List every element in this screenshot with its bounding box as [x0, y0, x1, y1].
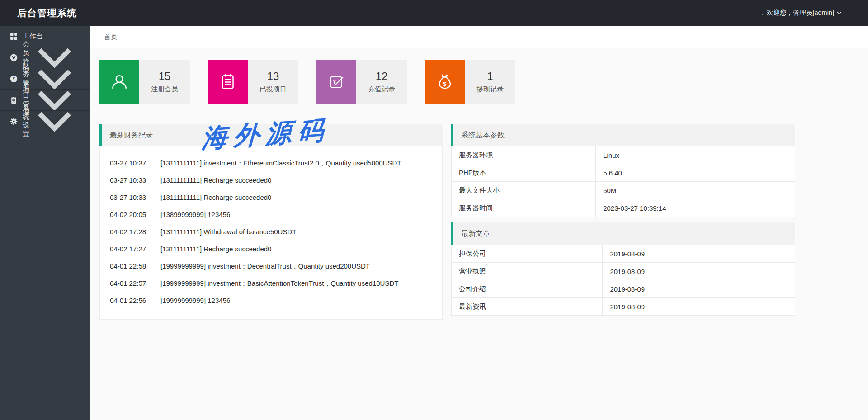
recharge-yen-icon: ¥: [316, 60, 356, 104]
record-time: 03-27 10:33: [110, 189, 149, 206]
member-icon: [10, 54, 18, 61]
param-label: 服务器时间: [452, 199, 596, 217]
record-text: [13111111111] Recharge succeeded0: [160, 172, 271, 189]
main-area: 首页 15 注册会员: [90, 26, 868, 420]
record-text: [13111111111] investment：EthereumClassic…: [160, 155, 401, 172]
accent-bar: [451, 222, 453, 245]
chevron-down-icon: [29, 68, 80, 89]
sidebar-item-label: 系统设置: [23, 104, 29, 138]
stat-label: 已投项目: [259, 85, 287, 94]
project-icon: [10, 96, 18, 104]
greeting-dot: .: [761, 9, 763, 16]
record-row: 04-02 20:05 [13899999999] 123456: [100, 206, 442, 223]
record-text: [13111111111] Recharge succeeded0: [160, 189, 271, 206]
finance-icon: ¥: [10, 75, 18, 83]
user-greeting: 欢迎您，管理员[admin]: [767, 9, 834, 17]
panel-title: 最新财务纪录: [109, 131, 153, 139]
stat-value: 1: [487, 70, 493, 83]
article-date: 2019-08-09: [603, 263, 795, 280]
stat-cards: 15 注册会员 13 已投项目: [90, 48, 868, 104]
stat-info: 13 已投项目: [248, 60, 298, 104]
record-text: [19999999999] investment：BasicAttentionT…: [160, 275, 398, 292]
sidebar-item-label: 工作台: [23, 32, 80, 41]
latest-articles-table: 担保公司 2019-08-09 营业执照 2019-08-09 公司介绍 201…: [451, 245, 795, 316]
breadcrumb-home[interactable]: 首页: [104, 33, 118, 41]
panel-header: 最新文章: [451, 222, 795, 245]
article-title[interactable]: 公司介绍: [452, 280, 603, 298]
record-row: 04-01 22:58 [19999999999] investment：Dec…: [100, 258, 442, 275]
stat-card-registered-members[interactable]: 15 注册会员: [99, 60, 190, 104]
record-time: 04-01 22:57: [110, 275, 149, 292]
chevron-down-icon: [29, 47, 80, 68]
record-row: 04-02 17:28 [13111111111] Withdrawal of …: [100, 223, 442, 241]
record-row: 03-27 10:37 [13111111111] investment：Eth…: [100, 155, 442, 172]
param-label: PHP版本: [452, 164, 596, 182]
stat-value: 15: [159, 70, 171, 83]
table-row: 服务器时间 2023-03-27 10:39:14: [452, 199, 795, 217]
finance-records-list: 03-27 10:37 [13111111111] investment：Eth…: [99, 146, 443, 320]
stat-card-invested-projects[interactable]: 13 已投项目: [208, 60, 298, 104]
table-row: 营业执照 2019-08-09: [452, 263, 795, 280]
stat-info: 15 注册会员: [139, 60, 190, 104]
sidebar: 工作台 会员管理 ¥ 财务管理: [0, 26, 90, 420]
param-label: 服务器环境: [452, 146, 596, 164]
panel-title: 系统基本参数: [461, 131, 505, 139]
sidebar-item-finance[interactable]: ¥ 财务管理: [0, 68, 90, 90]
money-bag-icon: $: [425, 60, 465, 104]
user-menu[interactable]: . 欢迎您，管理员[admin]: [761, 9, 868, 17]
svg-text:¥: ¥: [13, 76, 15, 81]
record-row: 04-01 22:57 [19999999999] investment：Bas…: [100, 275, 442, 292]
record-text: [19999999999] 123456: [160, 292, 230, 309]
table-row: 最新资讯 2019-08-09: [452, 298, 795, 316]
param-value: Linux: [596, 146, 795, 164]
param-value: 2023-03-27 10:39:14: [596, 199, 795, 217]
article-title[interactable]: 最新资讯: [452, 298, 603, 316]
stat-card-withdraw-records[interactable]: $ 1 提现记录: [425, 60, 515, 104]
article-date: 2019-08-09: [603, 298, 795, 316]
stat-info: 1 提现记录: [465, 60, 515, 104]
dashboard-panels: 最新财务纪录 03-27 10:37 [13111111111] investm…: [99, 124, 868, 320]
record-row: 04-02 17:27 [13111111111] Recharge succe…: [100, 241, 442, 258]
content-area: 15 注册会员 13 已投项目: [90, 48, 868, 420]
record-time: 04-01 22:58: [110, 258, 149, 275]
record-text: [13111111111] Recharge succeeded0: [160, 241, 271, 258]
chevron-down-icon: [29, 111, 80, 132]
record-time: 04-02 17:28: [110, 223, 149, 241]
record-time: 04-01 22:56: [110, 292, 149, 309]
panel-title: 最新文章: [461, 230, 490, 237]
table-row: 最大文件大小 50M: [452, 182, 795, 199]
param-value: 50M: [596, 182, 795, 199]
article-title[interactable]: 营业执照: [452, 263, 603, 280]
record-text: [19999999999] investment：DecentralTrust，…: [160, 258, 370, 275]
stat-card-recharge-records[interactable]: ¥ 12 充值记录: [316, 60, 407, 104]
sidebar-item-members[interactable]: 会员管理: [0, 47, 90, 68]
stat-info: 12 充值记录: [356, 60, 407, 104]
user-icon: [99, 60, 139, 104]
breadcrumb: 首页: [90, 26, 868, 48]
table-row: 公司介绍 2019-08-09: [452, 280, 795, 298]
record-row: 03-27 10:33 [13111111111] Recharge succe…: [100, 172, 442, 189]
sidebar-item-settings[interactable]: 系统设置: [0, 111, 90, 132]
article-date: 2019-08-09: [603, 245, 795, 263]
panel-header: 最新财务纪录: [99, 124, 443, 146]
chevron-down-icon: [29, 90, 80, 110]
stat-label: 提现记录: [476, 85, 504, 94]
article-title[interactable]: 担保公司: [452, 245, 603, 263]
accent-bar: [451, 124, 453, 146]
record-time: 04-02 17:27: [110, 241, 149, 258]
record-text: [13899999999] 123456: [160, 206, 230, 223]
panel-header: 系统基本参数: [451, 124, 795, 146]
record-row: 04-01 22:56 [19999999999] 123456: [100, 292, 442, 309]
table-row: 担保公司 2019-08-09: [452, 245, 795, 263]
top-bar: 后台管理系统 . 欢迎您，管理员[admin]: [0, 0, 868, 26]
workbench-icon: [10, 33, 18, 40]
record-time: 03-27 10:37: [110, 155, 149, 172]
article-date: 2019-08-09: [603, 280, 795, 298]
table-row: PHP版本 5.6.40: [452, 164, 795, 182]
settings-icon: [10, 118, 18, 125]
sidebar-item-workbench[interactable]: 工作台: [0, 26, 90, 47]
record-time: 04-02 20:05: [110, 206, 149, 223]
stat-label: 注册会员: [151, 85, 178, 94]
sidebar-item-projects[interactable]: 项目管理: [0, 90, 90, 111]
param-label: 最大文件大小: [452, 182, 596, 199]
